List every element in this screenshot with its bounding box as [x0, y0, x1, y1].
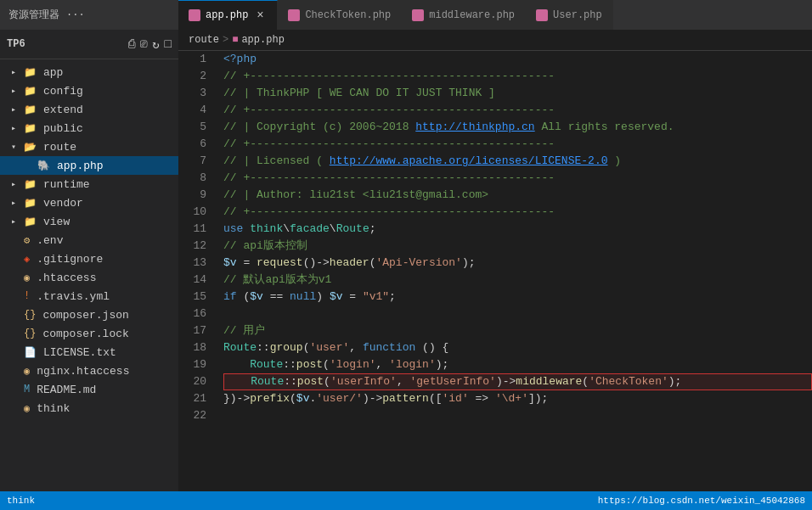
code-line: // | ThinkPHP [ WE CAN DO IT JUST THINK …	[223, 85, 812, 102]
sidebar-item-app[interactable]: ▸📁app	[0, 63, 178, 81]
refresh-icon[interactable]: ↻	[152, 37, 159, 52]
sidebar-item-label: vendor	[43, 197, 83, 210]
tab-close-icon[interactable]: ×	[253, 8, 267, 22]
sidebar-item-label: config	[43, 85, 83, 98]
json-icon: {}	[24, 309, 36, 321]
code-line: // +------------------------------------…	[223, 204, 812, 221]
sidebar-item-label: route	[43, 141, 76, 154]
tab-Userphp[interactable]: User.php	[526, 0, 613, 30]
breadcrumb: route > ■ app.php	[178, 30, 812, 51]
line-number: 14	[178, 272, 206, 289]
title-bar: 资源管理器 ··· app.php×CheckToken.phpmiddlewa…	[0, 0, 812, 30]
code-line: Route::post('login', 'login');	[223, 356, 812, 373]
tab-middlewarephp[interactable]: middleware.php	[402, 0, 526, 30]
tab-CheckTokenphp[interactable]: CheckToken.php	[278, 0, 402, 30]
line-number: 17	[178, 322, 206, 339]
main-area: TP6 ⎙ ⎚ ↻ □ ▸📁app▸📁config▸📁extend▸📁publi…	[0, 30, 812, 491]
sidebar-item-LICENSEtxt[interactable]: 📄LICENSE.txt	[0, 343, 178, 361]
git-icon: ◈	[24, 253, 30, 266]
tab-label: app.php	[206, 9, 248, 21]
line-number: 21	[178, 390, 206, 407]
sidebar-item-view[interactable]: ▸📁view	[0, 212, 178, 231]
status-url: https://blog.csdn.net/weixin_45042868	[598, 496, 805, 506]
sidebar-item-label: README.md	[37, 384, 96, 396]
line-number: 9	[178, 187, 206, 204]
line-number: 20	[178, 373, 206, 390]
yml-icon: !	[24, 290, 30, 302]
line-number: 1	[178, 51, 206, 68]
json-icon: {}	[24, 328, 36, 339]
sidebar-header: TP6 ⎙ ⎚ ↻ □	[0, 30, 178, 59]
folder-icon: 📁	[24, 66, 37, 79]
sidebar-item-htaccess[interactable]: ◉.htaccess	[0, 268, 178, 287]
sidebar-item-env[interactable]: ⚙.env	[0, 231, 178, 249]
line-number: 18	[178, 339, 206, 356]
folder-icon: 📁	[24, 104, 37, 116]
code-line: // | Author: liu21st <liu21st@gmail.com>	[223, 187, 812, 204]
folder-icon: 📂	[24, 141, 37, 154]
status-left: think	[7, 496, 35, 506]
code-line: Route::post('userInfo', 'getUserInfo')->…	[223, 373, 812, 390]
sidebar-item-label: extend	[43, 104, 83, 116]
sidebar-icons[interactable]: ⎙ ⎚ ↻ □	[128, 37, 172, 52]
sidebar-item-think[interactable]: ◉think	[0, 399, 178, 418]
code-line: // 默认api版本为v1	[223, 272, 812, 289]
explorer-label: 资源管理器	[8, 8, 59, 22]
code-line: // api版本控制	[223, 238, 812, 255]
status-right: https://blog.csdn.net/weixin_45042868	[598, 496, 805, 506]
line-number: 22	[178, 407, 206, 424]
code-line	[223, 305, 812, 322]
breadcrumb-icon: ■	[232, 34, 238, 46]
chevron-icon: ▸	[7, 67, 20, 77]
chevron-icon: ▸	[7, 123, 20, 133]
code-line: // +------------------------------------…	[223, 68, 812, 85]
sidebar-item-route[interactable]: ▾📂route	[0, 137, 178, 156]
status-bar: think https://blog.csdn.net/weixin_45042…	[0, 491, 812, 510]
breadcrumb-route: route	[189, 34, 219, 46]
code-line: // +------------------------------------…	[223, 102, 812, 119]
editor-content[interactable]: 12345678910111213141516171819202122 <?ph…	[178, 51, 812, 491]
sidebar-item-label: composer.json	[42, 309, 128, 322]
line-number: 4	[178, 102, 206, 119]
sidebar-item-READMEmd[interactable]: MREADME.md	[0, 380, 178, 399]
sidebar-item-gitignore[interactable]: ◈.gitignore	[0, 249, 178, 268]
more-icon[interactable]: ···	[66, 9, 85, 21]
sidebar-item-extend[interactable]: ▸📁extend	[0, 100, 178, 119]
sidebar-item-travis.yml[interactable]: !.travis.yml	[0, 287, 178, 305]
code-line: // +------------------------------------…	[223, 170, 812, 187]
line-number: 15	[178, 289, 206, 305]
code-line: })->prefix($v.'user/')->pattern(['id' =>…	[223, 390, 812, 407]
line-number: 16	[178, 305, 206, 322]
sidebar-item-composerlock[interactable]: {}composer.lock	[0, 324, 178, 343]
sidebar-item-runtime[interactable]: ▸📁runtime	[0, 175, 178, 193]
folder-icon: 📁	[24, 178, 37, 191]
sidebar-item-nginxhtaccess[interactable]: ◉nginx.htaccess	[0, 361, 178, 380]
tab-appphp[interactable]: app.php×	[178, 0, 278, 30]
code-line: // | Copyright (c) 2006~2018 http://thin…	[223, 119, 812, 136]
sidebar-item-composerjson[interactable]: {}composer.json	[0, 305, 178, 324]
sidebar-item-config[interactable]: ▸📁config	[0, 81, 178, 100]
new-file-icon[interactable]: ⎙	[128, 37, 135, 52]
code-line: <?php	[223, 51, 812, 68]
code-line: use think\facade\Route;	[223, 221, 812, 238]
folder-icon: 📁	[24, 85, 37, 98]
sidebar-item-appphp[interactable]: 🐘app.php	[0, 156, 178, 175]
collapse-icon[interactable]: □	[165, 37, 172, 52]
tab-label: middleware.php	[429, 9, 515, 21]
root-label: TP6	[7, 38, 25, 50]
sidebar-item-vendor[interactable]: ▸📁vendor	[0, 193, 178, 212]
line-number: 12	[178, 238, 206, 255]
sidebar: TP6 ⎙ ⎚ ↻ □ ▸📁app▸📁config▸📁extend▸📁publi…	[0, 30, 178, 491]
code-line	[223, 407, 812, 424]
sidebar-item-label: app	[43, 66, 63, 79]
sidebar-item-public[interactable]: ▸📁public	[0, 119, 178, 137]
code-area[interactable]: <?php// +-------------------------------…	[217, 51, 812, 491]
sidebar-item-label: think	[37, 402, 70, 415]
line-number: 19	[178, 356, 206, 373]
chevron-icon: ▾	[7, 142, 20, 152]
new-folder-icon[interactable]: ⎚	[140, 37, 147, 52]
line-number: 2	[178, 68, 206, 85]
line-number: 3	[178, 85, 206, 102]
editor-area: route > ■ app.php 1234567891011121314151…	[178, 30, 812, 491]
special-icon: ◉	[24, 365, 30, 378]
